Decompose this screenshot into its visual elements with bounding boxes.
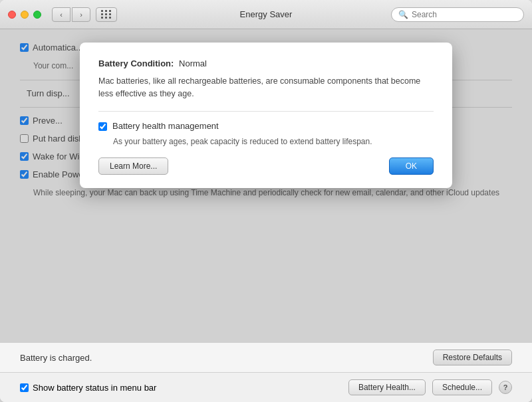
battery-health-checkbox[interactable] — [98, 122, 107, 131]
show-battery-label: Show battery status in menu bar — [33, 383, 156, 393]
footer-bar: Show battery status in menu bar Battery … — [0, 372, 532, 402]
show-battery-checkbox[interactable] — [20, 383, 29, 392]
modal-body: Mac batteries, like all rechargeable bat… — [98, 75, 434, 100]
bottom-bar: Battery is charged. Restore Defaults — [0, 342, 532, 372]
window: ‹ › Energy Saver 🔍 Automatica... — [0, 0, 532, 402]
search-box[interactable]: 🔍 — [391, 7, 524, 22]
modal-overlay: Battery Condition: Normal Mac batteries,… — [0, 29, 532, 342]
battery-health-desc: As your battery ages, peak capacity is r… — [113, 136, 434, 148]
battery-health-modal: Battery Condition: Normal Mac batteries,… — [80, 43, 452, 188]
battery-status: Battery is charged. — [20, 353, 92, 363]
show-battery-checkbox-label[interactable]: Show battery status in menu bar — [20, 383, 156, 393]
restore-defaults-button[interactable]: Restore Defaults — [433, 350, 512, 365]
ok-button[interactable]: OK — [389, 157, 434, 175]
forward-button[interactable]: › — [72, 7, 90, 22]
nav-buttons: ‹ › — [52, 7, 90, 22]
maximize-button[interactable] — [33, 11, 41, 19]
search-icon: 🔍 — [398, 10, 408, 19]
main-content: Automatica... Your com... Turn disp... N… — [0, 29, 532, 342]
grid-button[interactable] — [96, 7, 117, 22]
schedule-button[interactable]: Schedule... — [432, 379, 492, 395]
help-button[interactable]: ? — [499, 381, 512, 394]
close-button[interactable] — [8, 11, 16, 19]
footer-right: Battery Health... Schedule... ? — [348, 379, 512, 395]
modal-condition: Normal — [179, 58, 207, 68]
modal-checkbox-row: Battery health management — [98, 121, 434, 131]
learn-more-button[interactable]: Learn More... — [98, 157, 168, 175]
grid-icon — [101, 10, 112, 19]
window-title: Energy Saver — [240, 9, 293, 19]
modal-title: Battery Condition: Normal — [98, 58, 434, 68]
titlebar: ‹ › Energy Saver 🔍 — [0, 0, 532, 29]
battery-health-checkbox-label: Battery health management — [112, 121, 219, 131]
modal-divider — [98, 111, 434, 112]
modal-buttons: Learn More... OK — [98, 157, 434, 175]
traffic-lights — [8, 11, 41, 19]
modal-title-text: Battery Condition: — [98, 58, 174, 68]
battery-health-button[interactable]: Battery Health... — [348, 379, 426, 395]
minimize-button[interactable] — [21, 11, 29, 19]
search-input[interactable] — [412, 10, 517, 19]
footer-left: Show battery status in menu bar — [20, 383, 156, 393]
back-button[interactable]: ‹ — [52, 7, 70, 22]
